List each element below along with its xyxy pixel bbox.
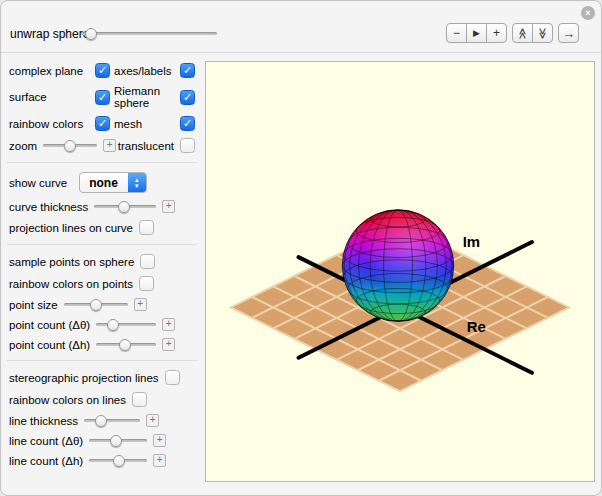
double-chevron-down-icon: ≫: [536, 27, 549, 39]
sample-points-label: sample points on sphere: [9, 256, 134, 268]
rainbow-points-label: rainbow colors on points: [9, 278, 133, 290]
expand-plus-icon[interactable]: +: [134, 298, 147, 311]
line-count-theta-slider[interactable]: [89, 434, 147, 447]
translucent-checkbox[interactable]: ✓: [180, 138, 195, 153]
im-axis-label: Im: [463, 233, 480, 250]
chevrons-up-button[interactable]: ≪: [512, 23, 533, 43]
translucent-label: translucent: [118, 140, 174, 152]
expand-plus-icon[interactable]: +: [162, 200, 175, 213]
projection-lines-on-curve-checkbox[interactable]: ✓: [139, 220, 154, 235]
line-count-theta-label: line count (Δθ): [9, 435, 83, 447]
riemann-sphere-scene: Im Re: [206, 62, 594, 481]
projection-lines-row: projection lines on curve ✓: [9, 220, 195, 235]
rainbow-colors-checkbox[interactable]: ✓: [95, 116, 110, 131]
checkbox-grid: complex plane ✓ axes/labels ✓ surface ✓ …: [9, 63, 195, 131]
divider: [7, 244, 197, 245]
complex-plane-checkbox[interactable]: ✓: [95, 63, 110, 78]
stereographic-projection-lines-checkbox[interactable]: ✓: [165, 370, 180, 385]
expand-plus-icon[interactable]: +: [153, 434, 166, 447]
axes-labels-label: axes/labels: [114, 65, 172, 77]
surface-label: surface: [9, 91, 47, 103]
riemann-sphere-checkbox[interactable]: ✓: [180, 90, 195, 105]
minus-button[interactable]: −: [446, 23, 467, 43]
plus-button[interactable]: +: [486, 23, 507, 43]
show-curve-row: show curve none ▲▼: [9, 172, 195, 193]
control-panel: complex plane ✓ axes/labels ✓ surface ✓ …: [1, 54, 203, 476]
show-curve-value: none: [80, 176, 128, 190]
check-icon: ✓: [183, 118, 192, 129]
graphics-3d-view[interactable]: Im Re: [205, 61, 595, 482]
chevrons-down-button[interactable]: ≫: [532, 23, 553, 43]
riemann-sphere: [342, 210, 453, 322]
double-chevron-up-icon: ≪: [516, 27, 529, 39]
expand-plus-icon[interactable]: +: [162, 338, 175, 351]
rainbow-colors-label: rainbow colors: [9, 118, 83, 130]
divider: [7, 360, 197, 361]
point-count-theta-row: point count (Δθ) +: [9, 318, 195, 331]
line-thickness-row: line thickness +: [9, 414, 195, 427]
curve-thickness-label: curve thickness: [9, 201, 88, 213]
check-icon: ✓: [183, 65, 192, 76]
stereo-lines-label: stereographic projection lines: [9, 372, 159, 384]
point-count-theta-label: point count (Δθ): [9, 319, 90, 331]
line-count-h-label: line count (Δh): [9, 455, 83, 467]
play-button[interactable]: ▶: [466, 23, 487, 43]
zoom-row: zoom + translucent ✓: [9, 138, 195, 153]
rainbow-lines-row: rainbow colors on lines ✓: [9, 392, 195, 407]
line-thickness-slider[interactable]: [84, 414, 140, 427]
curve-thickness-slider[interactable]: [94, 200, 156, 213]
unwrap-sphere-label: unwrap sphere: [10, 27, 89, 41]
point-count-h-label: point count (Δh): [9, 339, 90, 351]
projection-lines-label: projection lines on curve: [9, 222, 133, 234]
play-icon: ▶: [473, 28, 480, 38]
check-icon: ✓: [98, 118, 107, 129]
rainbow-colors-on-points-checkbox[interactable]: ✓: [139, 276, 154, 291]
direction-button[interactable]: →: [558, 23, 579, 43]
line-count-h-row: line count (Δh) +: [9, 454, 195, 467]
curve-thickness-row: curve thickness +: [9, 200, 195, 213]
expand-plus-icon[interactable]: +: [162, 318, 175, 331]
sample-points-checkbox[interactable]: ✓: [140, 254, 155, 269]
line-count-h-slider[interactable]: [89, 454, 147, 467]
zoom-label: zoom: [9, 140, 37, 152]
check-icon: ✓: [183, 92, 192, 103]
surface-checkbox[interactable]: ✓: [95, 90, 110, 105]
complex-plane-label: complex plane: [9, 65, 83, 77]
point-count-theta-slider[interactable]: [96, 318, 156, 331]
slider-track[interactable]: [81, 32, 217, 35]
top-bar: unwrap sphere − ▶ + ≪ ≫ →: [1, 1, 601, 53]
re-axis-label: Re: [467, 318, 486, 335]
axes-labels-checkbox[interactable]: ✓: [180, 63, 195, 78]
expand-plus-icon[interactable]: +: [103, 139, 116, 152]
line-count-theta-row: line count (Δθ) +: [9, 434, 195, 447]
expand-plus-icon[interactable]: +: [153, 454, 166, 467]
animation-controls: − ▶ + ≪ ≫ →: [446, 23, 579, 43]
manipulate-window: × unwrap sphere − ▶ + ≪ ≫ → comple: [0, 0, 602, 496]
sample-points-row: sample points on sphere ✓: [9, 254, 195, 269]
show-curve-select[interactable]: none ▲▼: [79, 172, 147, 193]
unwrap-sphere-slider[interactable]: [81, 27, 217, 40]
riemann-sphere-label: Riemann sphere: [114, 85, 180, 109]
check-icon: ✓: [98, 65, 107, 76]
point-size-row: point size +: [9, 298, 195, 311]
show-curve-label: show curve: [9, 177, 67, 189]
popup-chevrons-icon: ▲▼: [128, 172, 146, 193]
mesh-checkbox[interactable]: ✓: [180, 116, 195, 131]
mesh-label: mesh: [114, 118, 142, 130]
line-thickness-label: line thickness: [9, 415, 78, 427]
rainbow-points-row: rainbow colors on points ✓: [9, 276, 195, 291]
rainbow-lines-label: rainbow colors on lines: [9, 394, 126, 406]
stereo-lines-row: stereographic projection lines ✓: [9, 370, 195, 385]
zoom-slider[interactable]: [43, 139, 97, 152]
point-size-slider[interactable]: [64, 298, 128, 311]
point-count-h-row: point count (Δh) +: [9, 338, 195, 351]
rainbow-colors-on-lines-checkbox[interactable]: ✓: [132, 392, 147, 407]
slider-thumb[interactable]: [85, 28, 97, 40]
divider: [7, 162, 197, 163]
point-count-h-slider[interactable]: [96, 338, 156, 351]
expand-plus-icon[interactable]: +: [146, 414, 159, 427]
right-arrow-icon: →: [562, 26, 575, 41]
check-icon: ✓: [98, 92, 107, 103]
point-size-label: point size: [9, 299, 58, 311]
